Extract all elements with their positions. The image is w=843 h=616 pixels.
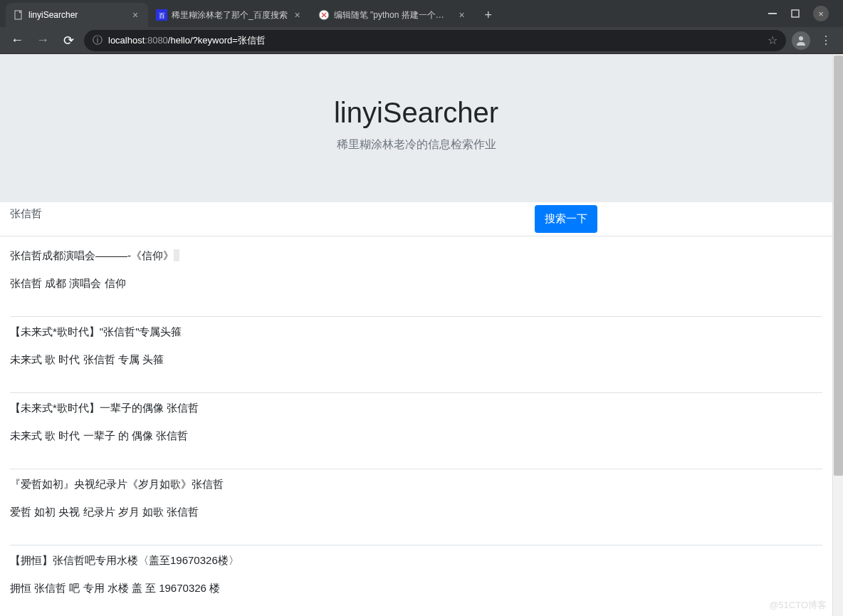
- result-desc: 爱哲 如初 央视 纪录片 岁月 如歌 张信哲: [10, 506, 822, 519]
- scrollbar-thumb[interactable]: [834, 56, 843, 476]
- close-icon[interactable]: ×: [130, 9, 141, 21]
- svg-rect-4: [768, 13, 777, 14]
- address-bar[interactable]: ⓘ localhost:8080/hello/?keyword=张信哲 ☆: [84, 30, 786, 51]
- page-header: linyiSearcher 稀里糊涂林老冷的信息检索作业: [0, 54, 832, 202]
- bookmark-star-icon[interactable]: ☆: [768, 33, 777, 47]
- scrollbar[interactable]: [832, 54, 843, 616]
- viewport: linyiSearcher 稀里糊涂林老冷的信息检索作业 搜索一下 张信哲成都演…: [0, 54, 843, 616]
- tabs-container: linyiSearcher × 百 稀里糊涂林老了那个_百度搜索 × 编辑随笔 …: [6, 0, 759, 27]
- page-title: linyiSearcher: [14, 97, 818, 129]
- profile-button[interactable]: [792, 31, 810, 50]
- search-button[interactable]: 搜索一下: [535, 205, 597, 233]
- reload-button[interactable]: ⟳: [58, 31, 78, 51]
- forward-button[interactable]: →: [33, 31, 53, 51]
- result-item: 张信哲成都演唱会———-《信仰》 张信哲 成都 演唱会 信仰: [10, 242, 822, 317]
- toolbar-right: ⋮: [792, 31, 836, 50]
- page-icon: [13, 9, 24, 21]
- url-host: localhost: [108, 35, 145, 46]
- search-bar: 搜索一下: [0, 202, 832, 236]
- search-results: 张信哲成都演唱会———-《信仰》 张信哲 成都 演唱会 信仰 【未来式*歌时代】…: [0, 236, 832, 616]
- result-item: 【未来式*歌时代】一辈子的偶像 张信哲 未来式 歌 时代 一辈子 的 偶像 张信…: [10, 393, 822, 469]
- search-input[interactable]: [0, 202, 399, 226]
- result-desc: 张信哲 成都 演唱会 信仰: [10, 277, 822, 291]
- window-controls: ×: [759, 0, 837, 27]
- cnblogs-icon: [318, 9, 330, 21]
- result-desc: 未来式 歌 时代 一辈子 的 偶像 张信哲: [10, 429, 822, 443]
- new-tab-button[interactable]: +: [478, 5, 498, 25]
- svg-point-6: [799, 36, 803, 41]
- result-desc: 未来式 歌 时代 张信哲 专属 头箍: [10, 353, 822, 367]
- result-item: 【未来式*歌时代】"张信哲"专属头箍 未来式 歌 时代 张信哲 专属 头箍: [10, 317, 822, 393]
- result-title[interactable]: 【未来式*歌时代】"张信哲"专属头箍: [10, 325, 822, 339]
- result-title[interactable]: 张信哲成都演唱会———-《信仰》: [10, 249, 822, 263]
- svg-text:百: 百: [159, 12, 165, 19]
- tab-cnblogs-edit[interactable]: 编辑随笔 "python 搭建一个简单的 ×: [311, 3, 475, 27]
- page-content: linyiSearcher 稀里糊涂林老冷的信息检索作业 搜索一下 张信哲成都演…: [0, 54, 832, 616]
- tab-linyisearcher[interactable]: linyiSearcher ×: [6, 3, 148, 27]
- url-path: /hello/?keyword=张信哲: [168, 35, 266, 46]
- tab-baidu-search[interactable]: 百 稀里糊涂林老了那个_百度搜索 ×: [149, 3, 310, 27]
- browser-tab-strip: linyiSearcher × 百 稀里糊涂林老了那个_百度搜索 × 编辑随笔 …: [0, 0, 843, 27]
- browser-toolbar: ← → ⟳ ⓘ localhost:8080/hello/?keyword=张信…: [0, 27, 843, 54]
- close-icon[interactable]: ×: [292, 9, 303, 21]
- page-subtitle: 稀里糊涂林老冷的信息检索作业: [14, 137, 818, 152]
- maximize-button[interactable]: [790, 9, 800, 19]
- result-title[interactable]: 【未来式*歌时代】一辈子的偶像 张信哲: [10, 402, 822, 415]
- back-button[interactable]: ←: [7, 31, 27, 51]
- close-icon[interactable]: ×: [456, 9, 468, 21]
- info-icon[interactable]: ⓘ: [93, 34, 103, 47]
- baidu-icon: 百: [156, 9, 167, 21]
- tab-title: 稀里糊涂林老了那个_百度搜索: [172, 9, 288, 21]
- svg-rect-5: [792, 10, 799, 17]
- result-item: 『爱哲如初』央视纪录片《岁月如歌》张信哲 爱哲 如初 央视 纪录片 岁月 如歌 …: [10, 469, 822, 545]
- minimize-button[interactable]: [768, 9, 777, 19]
- tab-title: 编辑随笔 "python 搭建一个简单的: [334, 9, 452, 21]
- result-desc: 拥恒 张信哲 吧 专用 水楼 盖 至 19670326 楼: [10, 582, 822, 595]
- kebab-menu-icon[interactable]: ⋮: [816, 33, 836, 47]
- result-title[interactable]: 『爱哲如初』央视纪录片《岁月如歌》张信哲: [10, 478, 822, 491]
- window-close-button[interactable]: ×: [813, 6, 829, 21]
- url-text: localhost:8080/hello/?keyword=张信哲: [108, 34, 762, 47]
- url-port: :8080: [145, 35, 168, 46]
- result-item: 【拥恒】张信哲吧专用水楼〈盖至19670326楼〉 拥恒 张信哲 吧 专用 水楼…: [10, 545, 822, 616]
- result-title[interactable]: 【拥恒】张信哲吧专用水楼〈盖至19670326楼〉: [10, 554, 822, 568]
- tab-title: linyiSearcher: [28, 10, 125, 20]
